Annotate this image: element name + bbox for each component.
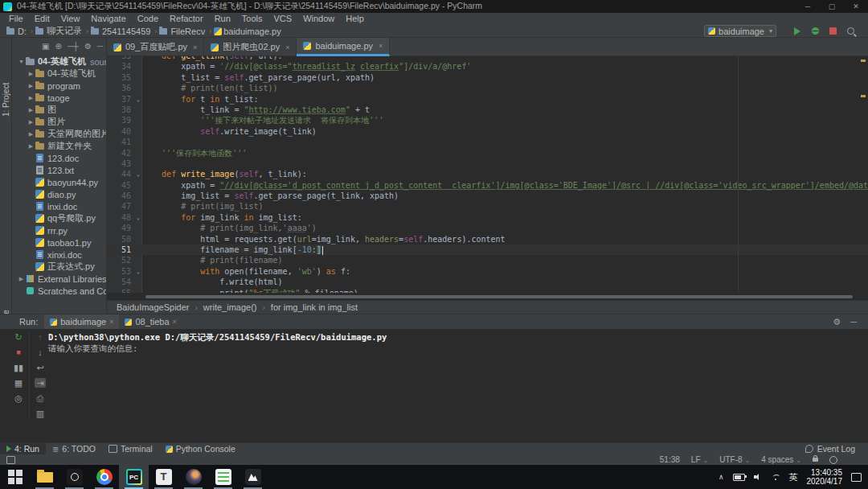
up-stack-trace-icon[interactable]: ↑ [35, 332, 46, 342]
code-line[interactable]: 50 html = requests.get(url=img_link, hea… [107, 234, 868, 244]
tool-button-project[interactable]: 1: Project [0, 109, 12, 117]
editor-tab[interactable]: 09_百度贴吧.py× [107, 38, 204, 56]
project-header-icon[interactable]: ─┼ [68, 43, 79, 51]
fold-marker-icon[interactable]: ⌄ [134, 169, 142, 179]
code-line[interactable]: 34 xpath = '//div[@class="threadlist_lz … [107, 61, 868, 72]
tree-item[interactable]: diao.py [12, 188, 106, 200]
code-line[interactable]: 47 # print(img_list) [107, 201, 868, 212]
close-tab-icon[interactable]: × [285, 43, 289, 51]
ime-indicator[interactable]: 英 [789, 471, 798, 483]
tree-item[interactable]: taobao1.py [12, 236, 106, 249]
editor-breadcrumb-item[interactable]: for img_link in img_list [271, 302, 358, 312]
menu-navigate[interactable]: Navigate [85, 13, 131, 25]
menu-window[interactable]: Window [297, 13, 340, 25]
code-line[interactable]: 48⌄ for img_link in img_list: [107, 212, 868, 223]
menu-file[interactable]: File [3, 13, 29, 25]
taskbar-t-app[interactable] [149, 465, 178, 489]
run-console-tab[interactable]: baiduimage× [44, 314, 119, 329]
taskbar-camera-app[interactable] [59, 465, 89, 489]
tree-item[interactable]: inxi.doc [12, 200, 106, 212]
code-line[interactable]: 44⌄ def write_image(self, t_link): [107, 169, 868, 179]
close-tab-icon[interactable]: × [379, 42, 383, 50]
taskbar-pycharm-app[interactable] [119, 465, 149, 489]
tree-item[interactable]: ▶taoge [12, 92, 106, 104]
code-line[interactable]: 55 print("%s下载成功" % filename) [107, 288, 868, 293]
project-header-icon[interactable]: ─ [97, 43, 103, 51]
tree-expand-icon[interactable]: ▶ [27, 95, 35, 101]
notification-center-icon[interactable] [851, 473, 862, 482]
maximize-button[interactable]: ▢ [820, 0, 844, 13]
tree-expand-icon[interactable]: ▶ [27, 107, 35, 113]
menu-code[interactable]: Code [132, 13, 164, 25]
menu-help[interactable]: Help [340, 13, 370, 25]
tree-item[interactable]: baoyun44.py [12, 176, 106, 188]
menu-view[interactable]: View [55, 13, 86, 25]
caret-position[interactable]: 51:38 [660, 455, 680, 464]
stop-button[interactable] [826, 26, 839, 37]
tool-button-run[interactable]: 4: Run [0, 443, 46, 455]
tool-window-quick-access-icon[interactable] [6, 456, 15, 464]
tree-item[interactable]: Scratches and Consoles [12, 285, 106, 297]
tree-expand-icon[interactable]: ▶ [27, 119, 35, 125]
scroll-to-end-icon[interactable]: ⇥ [35, 378, 46, 388]
path-crumb[interactable]: D: [6, 27, 28, 36]
rerun-icon[interactable]: ↻ [13, 332, 24, 342]
project-header-icon[interactable]: ▣ [42, 43, 49, 51]
run-config-dropdown[interactable]: baiduimage ▾ [704, 25, 776, 37]
close-tab-icon[interactable]: × [193, 43, 197, 51]
tool-button-terminal[interactable]: Terminal [102, 443, 159, 455]
lock-icon[interactable] [813, 458, 818, 462]
fold-marker-icon[interactable]: ⌄ [134, 212, 142, 223]
menu-run[interactable]: Run [209, 13, 236, 25]
clear-all-icon[interactable]: ▥ [35, 409, 46, 418]
inspections-icon[interactable] [829, 456, 837, 464]
tree-item[interactable]: 正表达式.py [12, 261, 106, 273]
tree-item[interactable]: ▶天堂网爬的图片 [12, 128, 106, 140]
code-line[interactable]: 46 img_list = self.get_parse_page(t_link… [107, 191, 868, 201]
taskbar-notes-app[interactable] [208, 465, 238, 489]
tree-expand-icon[interactable]: ▶ [27, 131, 35, 138]
tool-button-todo[interactable]: ≣ 6: TODO [46, 443, 102, 455]
code-line[interactable]: 39 '''接下来对帖子地址发送请求 将保存到本地''' [107, 115, 868, 125]
code-line[interactable]: 53⌄ with open(filename, 'wb') as f: [107, 266, 868, 277]
print-icon[interactable]: ⎙ [35, 393, 46, 403]
close-button[interactable]: ✕ [844, 0, 868, 13]
code-line[interactable]: 52 # print(filename) [107, 255, 868, 265]
tree-item[interactable]: ▼04-英雄飞机sources [12, 55, 106, 68]
menu-vcs[interactable]: VCS [268, 13, 298, 25]
code-line[interactable]: 40 self.write_image(t_link) [107, 126, 868, 137]
fold-marker-icon[interactable]: ⌄ [134, 94, 142, 105]
tree-item[interactable]: qq号爬取.py [12, 212, 106, 224]
file-encoding[interactable]: UTF-8⌄ [719, 455, 750, 464]
tree-item[interactable]: ▶图片 [12, 116, 106, 128]
editor-breadcrumb-item[interactable]: write_image() [203, 302, 257, 312]
tree-item[interactable]: ▶04-英雄飞机 [12, 68, 106, 80]
tree-item[interactable]: 123.txt [12, 164, 106, 176]
menu-refactor[interactable]: Refactor [164, 13, 209, 25]
code-line[interactable]: 41 [107, 137, 868, 147]
pin-tab-icon[interactable]: ◎ [13, 393, 24, 403]
editor-tab[interactable]: baiduimage.py× [297, 38, 390, 56]
minimize-button[interactable]: ─ [796, 0, 820, 13]
path-crumb[interactable]: baiduimage.py [214, 27, 283, 36]
tool-button-python-console[interactable]: Python Console [159, 443, 242, 455]
taskbar-chrome-browser[interactable] [89, 465, 119, 489]
debug-button[interactable] [809, 26, 821, 37]
indent-setting[interactable]: 4 spaces⌄ [761, 455, 801, 464]
code-line[interactable]: 49 # print(img_link,'aaaa') [107, 223, 868, 233]
tree-item[interactable]: ▶program [12, 80, 106, 92]
code-line[interactable]: 43 [107, 158, 868, 169]
search-everywhere-icon[interactable] [844, 26, 857, 37]
code-line[interactable]: 42 '''保存到本地函数''' [107, 148, 868, 158]
battery-icon[interactable] [733, 474, 745, 481]
tree-item[interactable]: ▶新建文件夹 [12, 140, 106, 152]
pause-output-icon[interactable]: ▮▮ [13, 363, 24, 372]
code-line[interactable]: 37⌄ for t in t_list: [107, 94, 868, 105]
code-line[interactable]: 38 t_link = "http://www.tieba.com" + t [107, 105, 868, 115]
tree-item[interactable]: xinxi.doc [12, 249, 106, 261]
taskbar-file-explorer[interactable] [30, 465, 59, 489]
restore-layout-icon[interactable]: ▦ [13, 378, 24, 388]
down-stack-trace-icon[interactable]: ↓ [35, 347, 46, 357]
close-tab-icon[interactable]: × [109, 318, 113, 326]
horizontal-scrollbar[interactable] [145, 295, 853, 298]
